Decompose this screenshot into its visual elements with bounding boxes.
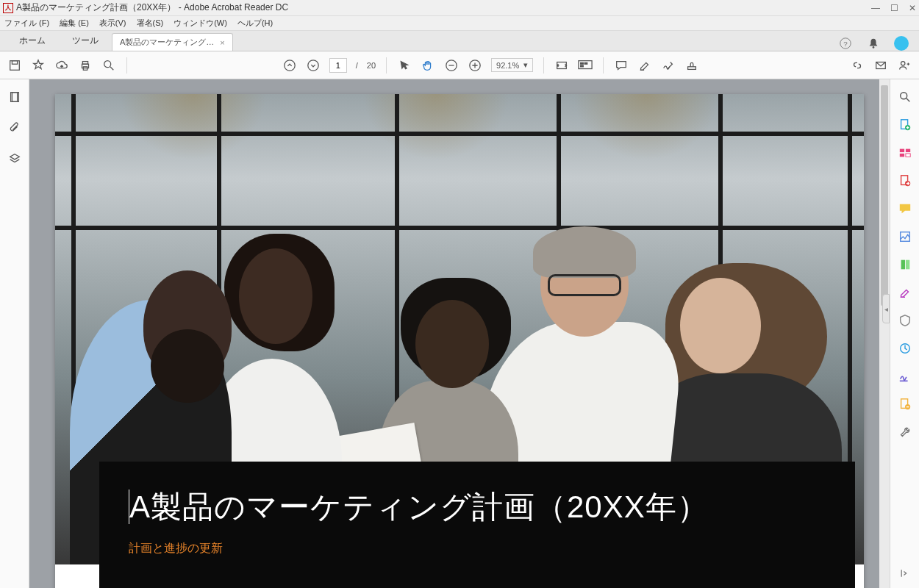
main-toolbar: / 20 92.1% ▾ [0,51,919,79]
attachments-icon[interactable] [7,121,22,135]
find-icon[interactable] [101,58,116,73]
share-link-icon[interactable] [850,58,865,73]
save-icon[interactable] [7,58,22,73]
svg-point-9 [285,60,295,70]
create-pdf-icon[interactable] [898,118,912,132]
zoom-out-icon[interactable] [444,58,459,73]
organize-pages-icon[interactable] [898,257,912,272]
svg-rect-6 [82,61,87,64]
fit-width-icon[interactable] [554,58,569,73]
pdf-file-icon: 人 [3,3,13,13]
svg-point-20 [901,61,905,65]
window-titlebar: 人 A製品のマーケティング計画（20XX年） - Adobe Acrobat R… [0,0,919,16]
protect-icon[interactable] [898,313,912,328]
vertical-scrollbar[interactable] [879,79,890,588]
comment-icon[interactable] [614,58,629,73]
thumbnails-icon[interactable] [7,90,22,104]
minimize-button[interactable]: ― [871,3,880,13]
request-edits-icon[interactable] [898,229,912,244]
svg-rect-34 [905,260,909,270]
right-rail-collapse-handle[interactable]: ◂ [882,294,890,323]
menu-window[interactable]: ウィンドウ(W) [174,18,227,29]
scroll-thumb[interactable] [881,85,888,306]
select-tool-icon[interactable] [397,58,412,73]
svg-point-10 [308,60,318,70]
svg-rect-17 [581,65,584,67]
svg-rect-33 [901,260,904,270]
svg-rect-29 [905,154,909,157]
account-avatar[interactable] [894,36,909,51]
svg-rect-15 [581,62,584,64]
page-total: 20 [367,61,376,70]
menu-sign[interactable]: 署名(S) [137,18,164,29]
hand-tool-icon[interactable] [421,58,435,73]
tab-document[interactable]: A製品のマーケティング… × [112,33,233,51]
menu-edit[interactable]: 編集 (E) [60,18,89,29]
svg-rect-27 [905,149,909,153]
svg-rect-3 [10,60,20,70]
fill-sign-icon[interactable] [898,369,912,384]
tab-bar: ホーム ツール A製品のマーケティング… × ? [0,31,919,51]
close-window-button[interactable]: ✕ [909,3,916,13]
search-tool-icon[interactable] [898,90,912,104]
page-down-icon[interactable] [306,58,321,73]
right-tools-rail [890,79,919,588]
zoom-level-label: 92.1% [496,61,519,70]
zoom-caret-icon: ▾ [523,60,528,70]
page-up-icon[interactable] [282,58,297,73]
read-mode-icon[interactable] [578,58,593,73]
workspace: ▸ A製品のマーケティング計画（20XX年） 計画と進捗の更新 ◂ [0,79,919,588]
menu-bar: ファイル (F) 編集 (E) 表示(V) 署名(S) ウィンドウ(W) ヘルプ… [0,16,919,31]
document-canvas[interactable]: A製品のマーケティング計画（20XX年） 計画と進捗の更新 [29,79,890,588]
page-number-input[interactable] [329,58,347,73]
tab-home[interactable]: ホーム [6,31,59,51]
document-subtitle: 計画と進捗の更新 [129,541,826,556]
menu-view[interactable]: 表示(V) [99,18,126,29]
page-separator: / [356,61,358,70]
cloud-upload-icon[interactable] [54,58,69,73]
svg-point-23 [900,93,907,99]
combine-files-icon[interactable] [898,146,912,160]
svg-text:?: ? [843,40,848,48]
pdf-page: A製品のマーケティング計画（20XX年） 計画と進捗の更新 [55,94,864,588]
zoom-level-dropdown[interactable]: 92.1% ▾ [491,58,533,72]
document-title: A製品のマーケティング計画（20XX年） [129,490,709,524]
share-people-icon[interactable] [897,58,912,73]
tab-document-label: A製品のマーケティング… [120,37,214,48]
stamp-icon[interactable] [684,58,699,73]
tab-tools[interactable]: ツール [59,31,112,51]
title-block: A製品のマーケティング計画（20XX年） 計画と進捗の更新 [99,462,855,588]
redact-icon[interactable] [898,285,912,300]
export-pdf-icon[interactable] [898,173,912,188]
menu-help[interactable]: ヘルプ(H) [237,18,273,29]
right-rail-toggle-icon[interactable] [898,566,912,581]
svg-rect-26 [899,149,904,153]
notifications-icon[interactable] [866,36,881,51]
sign-icon[interactable] [661,58,676,73]
highlight-icon[interactable] [637,58,652,73]
svg-rect-18 [688,66,696,69]
svg-rect-14 [579,60,592,68]
svg-point-8 [104,60,111,67]
svg-point-2 [873,46,875,49]
svg-rect-16 [584,62,587,64]
menu-file[interactable]: ファイル (F) [4,18,49,29]
send-for-signature-icon[interactable] [898,397,912,412]
tab-close-button[interactable]: × [220,38,224,47]
help-icon[interactable]: ? [838,36,853,51]
star-icon[interactable] [31,58,46,73]
layers-icon[interactable] [7,151,22,166]
more-tools-icon[interactable] [898,425,912,440]
left-nav-rail [0,79,29,588]
window-title: A製品のマーケティング計画（20XX年） - Adobe Acrobat Rea… [16,1,288,14]
svg-rect-28 [899,154,904,157]
email-icon[interactable] [873,58,888,73]
zoom-in-icon[interactable] [468,58,482,73]
svg-rect-32 [900,232,909,242]
stamp-tool-icon[interactable] [898,341,912,356]
print-icon[interactable] [78,58,93,73]
add-comment-icon[interactable] [898,201,912,216]
svg-rect-4 [12,60,17,64]
maximize-button[interactable]: ☐ [890,3,898,13]
